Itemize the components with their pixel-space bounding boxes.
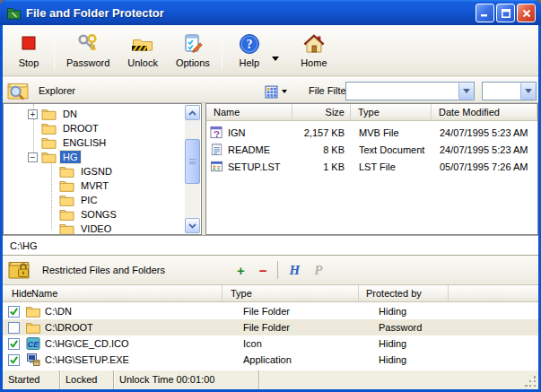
view-style-button[interactable] — [265, 83, 293, 100]
folder-icon — [41, 108, 57, 120]
close-button[interactable] — [517, 4, 536, 22]
maximize-button[interactable] — [496, 4, 515, 22]
folder-icon — [41, 151, 57, 163]
chevron-down-icon — [188, 223, 196, 229]
tree-item-label[interactable]: HG — [60, 151, 81, 163]
stop-icon — [17, 32, 40, 56]
file-row-readme[interactable]: README 8 KB Text Document 24/07/1995 5:2… — [206, 141, 537, 158]
folder-tree[interactable]: + DN DROOT ENGLISH − HG — [3, 103, 202, 235]
scroll-up-button[interactable] — [185, 105, 200, 120]
ce-icon: CE — [26, 336, 40, 351]
resize-grip[interactable] — [525, 376, 537, 388]
home-button[interactable]: Home — [292, 28, 336, 73]
restricted-row-ce-cd-ico[interactable]: CE C:\HG\CE_CD.ICO Icon Hiding — [3, 335, 538, 352]
scroll-down-button[interactable] — [185, 218, 200, 233]
hide-protection-button[interactable]: H — [282, 263, 307, 278]
add-item-button[interactable]: + — [230, 263, 252, 278]
tree-item-hg[interactable]: − HG — [4, 150, 183, 164]
tree-item-label[interactable]: DN — [60, 108, 80, 120]
extension-filter-combobox[interactable] — [482, 82, 537, 100]
folder-icon — [59, 208, 74, 221]
file-filter-label: File Filter — [309, 85, 349, 96]
extension-filter-dropdown-button[interactable] — [520, 83, 536, 100]
restricted-folder-lock-icon — [7, 258, 31, 282]
tree-item-video[interactable]: VIDEO — [4, 222, 183, 235]
text-file-icon — [210, 143, 223, 156]
file-row-ign[interactable]: IGN 2,157 KB MVB File 24/07/1995 5:23 AM — [206, 124, 537, 141]
column-header-date[interactable]: Date Modified — [432, 104, 537, 120]
status-started: Started — [3, 370, 60, 389]
tree-item-label[interactable]: IGSND — [78, 165, 115, 178]
file-filter-value[interactable] — [346, 83, 458, 100]
password-label: Password — [66, 57, 109, 68]
collapse-icon[interactable]: − — [28, 152, 38, 162]
options-button[interactable]: Options — [167, 28, 219, 73]
tree-item-label[interactable]: DROOT — [60, 122, 101, 135]
tree-item-droot[interactable]: DROOT — [4, 121, 183, 135]
help-dropdown-icon[interactable] — [272, 57, 279, 61]
column-header-name[interactable]: Name — [30, 285, 223, 301]
expand-icon[interactable]: + — [28, 109, 38, 119]
help-button[interactable]: ? Help — [227, 28, 272, 73]
tree-item-english[interactable]: ENGLISH — [4, 135, 183, 150]
column-header-hide[interactable]: Hide — [3, 285, 30, 301]
folder-icon — [41, 136, 57, 149]
explorer-folder-search-icon — [6, 79, 30, 102]
file-list[interactable]: Name Size Type Date Modified IGN 2,157 K… — [205, 103, 538, 235]
main-toolbar: Stop Password Unlock Options ? Help — [3, 25, 538, 76]
tree-scrollbar[interactable] — [185, 105, 200, 233]
tree-item-songs[interactable]: SONGS — [4, 207, 183, 222]
hide-checkbox[interactable] — [8, 322, 20, 334]
stop-button[interactable]: Stop — [6, 28, 51, 73]
file-filter-combobox[interactable] — [345, 82, 475, 100]
restricted-row-droot[interactable]: C:\DROOT File Folder Password — [3, 319, 538, 335]
tree-item-igsnd[interactable]: IGSND — [4, 164, 183, 179]
column-header-type[interactable]: Type — [223, 285, 359, 301]
tree-item-label[interactable]: MVRT — [78, 179, 111, 192]
hide-checkbox[interactable] — [8, 338, 20, 350]
file-type: LST File — [351, 161, 432, 172]
tree-item-label[interactable]: VIDEO — [78, 222, 114, 235]
window-title: File and Folder Protector — [26, 6, 164, 20]
column-header-protected-by[interactable]: Protected by — [359, 285, 449, 301]
tree-item-label[interactable]: SONGS — [78, 208, 119, 221]
password-button[interactable]: Password — [57, 28, 118, 73]
unlock-button[interactable]: Unlock — [118, 28, 167, 73]
restricted-table[interactable]: Hide Name Type Protected by C:\DN File F… — [3, 285, 538, 370]
item-path: C:\HG\CE_CD.ICO — [45, 338, 235, 349]
column-header-size[interactable]: Size — [292, 104, 351, 120]
folder-icon — [26, 304, 40, 318]
restricted-row-dn[interactable]: C:\DN File Folder Hiding — [3, 303, 538, 319]
tree-item-mvrt[interactable]: MVRT — [4, 179, 183, 193]
file-filter-dropdown-button[interactable] — [458, 83, 474, 100]
tree-item-dn[interactable]: + DN — [4, 107, 183, 121]
minimize-button[interactable] — [476, 4, 494, 22]
folder-icon — [26, 320, 40, 335]
hide-checkbox[interactable] — [8, 306, 20, 318]
minimize-icon — [481, 9, 489, 17]
extension-filter-value[interactable] — [483, 83, 520, 100]
folder-icon — [41, 122, 57, 135]
chevron-down-icon — [463, 89, 470, 93]
password-protection-button[interactable]: P — [307, 263, 329, 278]
column-header-name[interactable]: Name — [206, 104, 292, 120]
status-locked: Locked — [60, 370, 114, 389]
remove-item-button[interactable]: − — [252, 263, 275, 278]
tree-item-label[interactable]: ENGLISH — [60, 136, 109, 149]
options-label: Options — [176, 57, 210, 68]
column-header-type[interactable]: Type — [351, 104, 432, 120]
file-row-setup-lst[interactable]: SETUP.LST 1 KB LST File 05/07/1995 7:26 … — [206, 158, 537, 175]
unlock-label: Unlock — [127, 57, 158, 68]
item-type: Icon — [235, 338, 371, 349]
help-label: Help — [240, 57, 260, 68]
tree-item-pic[interactable]: PIC — [4, 193, 183, 207]
title-bar[interactable]: File and Folder Protector — [0, 0, 541, 25]
svg-text:?: ? — [246, 38, 252, 51]
hide-checkbox[interactable] — [8, 354, 20, 366]
file-size: 1 KB — [292, 161, 351, 172]
home-icon — [302, 32, 326, 56]
restricted-row-setup-exe[interactable]: C:\HG\SETUP.EXE Application Hiding — [3, 352, 538, 368]
file-size: 2,157 KB — [292, 127, 351, 138]
tree-item-label[interactable]: PIC — [78, 194, 100, 206]
scrollbar-thumb[interactable] — [185, 139, 200, 184]
